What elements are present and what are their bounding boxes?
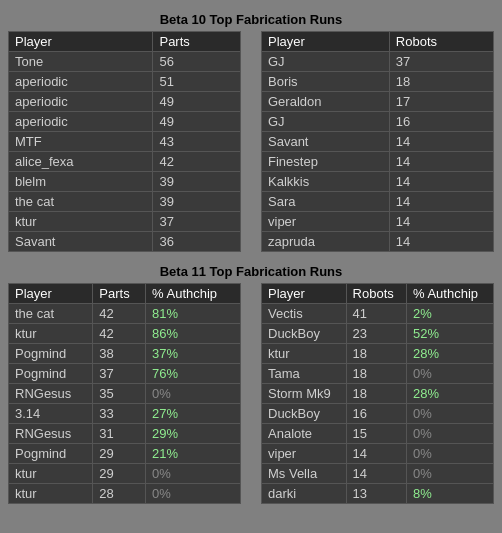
table-cell: 18 (389, 72, 493, 92)
table-cell: darki (262, 484, 347, 504)
table-cell: 38 (93, 344, 146, 364)
table-cell: aperiodic (9, 112, 153, 132)
beta10-left-col-parts: Parts (153, 32, 241, 52)
table-cell-authchip: 28% (406, 384, 493, 404)
table-cell-authchip: 27% (146, 404, 241, 424)
table-cell: Savant (262, 132, 390, 152)
table-cell: 56 (153, 52, 241, 72)
table-cell: 16 (389, 112, 493, 132)
table-cell: 49 (153, 92, 241, 112)
table-cell-authchip: 8% (406, 484, 493, 504)
table-cell: 37 (389, 52, 493, 72)
table-cell: 14 (389, 232, 493, 252)
table-cell: 18 (346, 344, 406, 364)
table-cell: GJ (262, 112, 390, 132)
table-cell: ktur (9, 464, 93, 484)
table-cell: Pogmind (9, 344, 93, 364)
table-cell-authchip: 0% (406, 404, 493, 424)
table-cell: RNGesus (9, 424, 93, 444)
table-cell: 39 (153, 192, 241, 212)
table-cell: MTF (9, 132, 153, 152)
table-cell: viper (262, 212, 390, 232)
table-cell: Storm Mk9 (262, 384, 347, 404)
table-cell: zapruda (262, 232, 390, 252)
table-cell-authchip: 37% (146, 344, 241, 364)
table-cell: 51 (153, 72, 241, 92)
table-cell: 41 (346, 304, 406, 324)
beta10-tables: Player Parts Tone56aperiodic51aperiodic4… (8, 31, 494, 252)
beta11-right-col-robots: Robots (346, 284, 406, 304)
table-cell-authchip: 86% (146, 324, 241, 344)
table-cell: 14 (389, 132, 493, 152)
table-cell: ktur (9, 484, 93, 504)
table-cell: 33 (93, 404, 146, 424)
table-cell: the cat (9, 192, 153, 212)
beta10-section: Beta 10 Top Fabrication Runs Player Part… (8, 8, 494, 252)
table-cell: 42 (153, 152, 241, 172)
table-cell-authchip: 0% (146, 484, 241, 504)
table-cell: 36 (153, 232, 241, 252)
table-cell: alice_fexa (9, 152, 153, 172)
table-cell-authchip: 0% (406, 424, 493, 444)
beta11-right-col-player: Player (262, 284, 347, 304)
table-cell: 31 (93, 424, 146, 444)
table-cell: 14 (389, 192, 493, 212)
table-cell: Kalkkis (262, 172, 390, 192)
table-cell: 16 (346, 404, 406, 424)
table-cell: Boris (262, 72, 390, 92)
table-cell: 18 (346, 364, 406, 384)
table-cell: 17 (389, 92, 493, 112)
table-cell: 29 (93, 444, 146, 464)
beta10-left-col-player: Player (9, 32, 153, 52)
table-cell-authchip: 0% (406, 464, 493, 484)
table-cell-authchip: 21% (146, 444, 241, 464)
table-cell-authchip: 0% (146, 384, 241, 404)
table-cell: 37 (153, 212, 241, 232)
table-cell: Sara (262, 192, 390, 212)
table-cell: 23 (346, 324, 406, 344)
table-cell-authchip: 81% (146, 304, 241, 324)
table-cell: DuckBoy (262, 404, 347, 424)
table-divider (241, 31, 261, 252)
table-cell: 14 (389, 152, 493, 172)
table-cell: 14 (389, 172, 493, 192)
table-cell: 35 (93, 384, 146, 404)
table-cell: Vectis (262, 304, 347, 324)
table-cell-authchip: 28% (406, 344, 493, 364)
table-cell: 43 (153, 132, 241, 152)
table-divider-2 (241, 283, 261, 504)
beta11-left-col-authchip: % Authchip (146, 284, 241, 304)
table-cell-authchip: 0% (406, 364, 493, 384)
table-cell: RNGesus (9, 384, 93, 404)
table-cell: 14 (389, 212, 493, 232)
beta11-left-col-parts: Parts (93, 284, 146, 304)
table-cell-authchip: 2% (406, 304, 493, 324)
table-cell-authchip: 52% (406, 324, 493, 344)
table-cell: 28 (93, 484, 146, 504)
table-cell: Pogmind (9, 444, 93, 464)
table-cell: Ms Vella (262, 464, 347, 484)
table-cell: ktur (262, 344, 347, 364)
table-cell-authchip: 29% (146, 424, 241, 444)
table-cell: 37 (93, 364, 146, 384)
beta11-title: Beta 11 Top Fabrication Runs (8, 260, 494, 283)
beta10-right-col-robots: Robots (389, 32, 493, 52)
table-cell: Tama (262, 364, 347, 384)
table-cell: 14 (346, 444, 406, 464)
beta10-title: Beta 10 Top Fabrication Runs (8, 8, 494, 31)
beta10-right-col-player: Player (262, 32, 390, 52)
beta11-section: Beta 11 Top Fabrication Runs Player Part… (8, 260, 494, 504)
table-cell: GJ (262, 52, 390, 72)
beta11-left-col-player: Player (9, 284, 93, 304)
beta11-left-table: Player Parts % Authchip the cat4281%ktur… (8, 283, 241, 504)
table-cell: Geraldon (262, 92, 390, 112)
table-cell: Tone (9, 52, 153, 72)
beta11-right-col-authchip: % Authchip (406, 284, 493, 304)
table-cell: 14 (346, 464, 406, 484)
table-cell: the cat (9, 304, 93, 324)
table-cell: 3.14 (9, 404, 93, 424)
beta11-tables: Player Parts % Authchip the cat4281%ktur… (8, 283, 494, 504)
table-cell: 39 (153, 172, 241, 192)
table-cell: viper (262, 444, 347, 464)
table-cell: 29 (93, 464, 146, 484)
